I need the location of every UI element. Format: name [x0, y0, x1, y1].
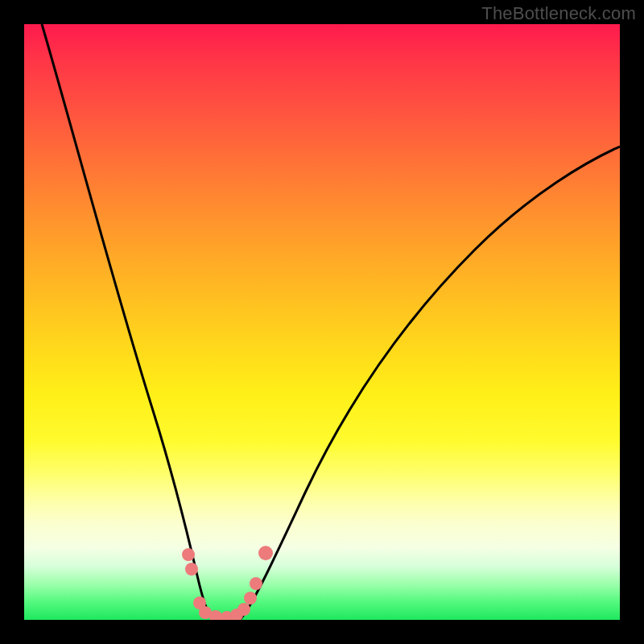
- curve-left: [42, 24, 214, 620]
- marker-group: [182, 546, 273, 620]
- watermark-text: TheBottleneck.com: [481, 3, 636, 24]
- marker-dot: [182, 548, 195, 561]
- plot-area: [24, 24, 620, 620]
- marker-dot: [185, 563, 198, 576]
- chart-frame: TheBottleneck.com: [0, 0, 644, 644]
- marker-dot: [237, 603, 250, 616]
- marker-dot: [244, 592, 257, 605]
- marker-dot: [258, 546, 273, 560]
- bottleneck-curve: [24, 24, 620, 620]
- marker-dot: [250, 577, 262, 590]
- curve-right: [240, 147, 620, 620]
